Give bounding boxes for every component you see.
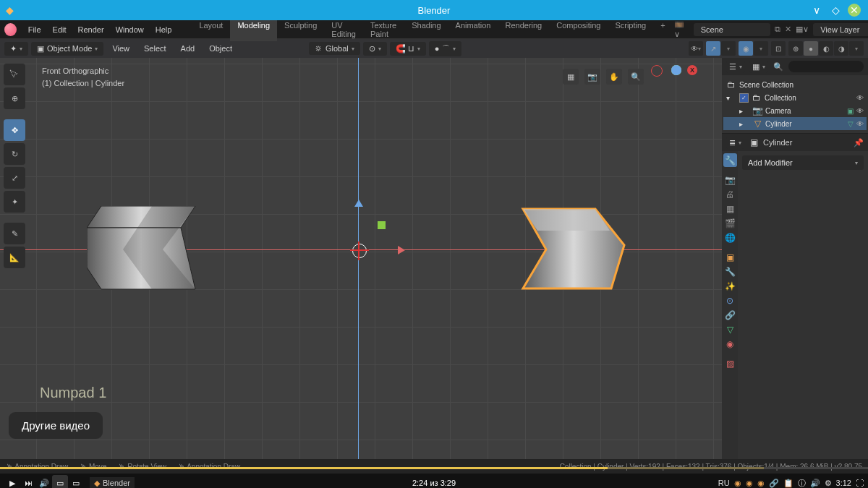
snap-toggle[interactable]: 🧲 ⊔▾	[390, 42, 426, 56]
taskbar-item-2[interactable]: ▭	[68, 475, 84, 488]
settings-icon[interactable]: ⚙	[825, 479, 832, 488]
workspace-scripting[interactable]: Scripting	[608, 18, 653, 41]
gizmo-x-arrow[interactable]	[398, 246, 409, 254]
orientation-gizmo[interactable]: Z Y X	[651, 65, 700, 114]
nav-zoom-icon[interactable]: 🔍	[628, 69, 644, 85]
tray-icon-2[interactable]: ◉	[746, 479, 753, 488]
tab-material[interactable]: ◉	[723, 337, 737, 351]
properties-editor-selector[interactable]: ≣▾	[726, 137, 744, 149]
fullscreen-icon[interactable]: ⛶	[856, 479, 864, 487]
menu-edit[interactable]: Edit	[47, 23, 72, 36]
tab-render[interactable]: 📷	[723, 173, 737, 187]
collection-checkbox[interactable]: ✓	[739, 93, 749, 103]
maximize-icon[interactable]: ◇	[829, 4, 842, 17]
outliner-item-cylinder[interactable]: ▸ ▽ Cylinder ▽ 👁	[723, 117, 867, 130]
outliner-scene-collection[interactable]: 🗀 Scene Collection	[723, 78, 867, 91]
workspace-animation[interactable]: Animation	[448, 18, 498, 41]
tab-scene[interactable]: 🎬	[723, 216, 737, 230]
add-modifier-dropdown[interactable]: Add Modifier ▾	[742, 155, 864, 170]
tool-move[interactable]: ✥	[4, 119, 25, 141]
video-progress-bar[interactable]	[0, 467, 868, 469]
menu-window[interactable]: Window	[110, 23, 150, 36]
workspace-compositing[interactable]: Compositing	[549, 18, 608, 41]
menu-help[interactable]: Help	[150, 23, 178, 36]
gizmo-dropdown[interactable]: ▾	[721, 41, 736, 56]
outliner-item-camera[interactable]: ▸ 📷 Camera ▣ 👁	[723, 104, 867, 117]
clipboard-icon[interactable]: 📋	[783, 479, 793, 488]
gizmo-toggle[interactable]: ↗	[706, 41, 720, 56]
eye-icon[interactable]: 👁	[856, 120, 864, 128]
scene-copy-icon[interactable]: ⧉	[775, 25, 780, 34]
info-icon[interactable]: ⓘ	[798, 478, 806, 489]
header-add[interactable]: Add	[175, 42, 201, 55]
tool-cursor[interactable]: ⊕	[4, 87, 25, 109]
tool-measure[interactable]: 📐	[4, 247, 25, 268]
header-select[interactable]: Select	[138, 42, 172, 55]
eye-icon[interactable]: 👁	[856, 107, 864, 115]
tool-select[interactable]	[4, 64, 25, 85]
menu-render[interactable]: Render	[72, 23, 110, 36]
tool-scale[interactable]: ⤢	[4, 167, 25, 189]
gizmo-z-arrow[interactable]	[354, 195, 363, 207]
menu-file[interactable]: File	[22, 23, 47, 36]
tab-constraints[interactable]: 🔗	[723, 308, 737, 322]
tab-modifiers[interactable]: 🔧	[723, 153, 737, 167]
outliner-collection[interactable]: ▾ ✓ 🗀 Collection 👁	[723, 91, 867, 104]
next-icon[interactable]: ⏭	[20, 475, 36, 488]
gizmo-xy-handle[interactable]	[378, 221, 386, 229]
workspace-modeling[interactable]: Modeling	[230, 18, 277, 41]
nav-hand-icon[interactable]: ✋	[606, 69, 622, 85]
workspace-uv-editing[interactable]: UV Editing	[324, 18, 363, 41]
header-object[interactable]: Object	[203, 42, 238, 55]
play-icon[interactable]: ▶	[4, 475, 20, 488]
nav-camera-icon[interactable]: 📷	[584, 69, 600, 85]
pin-icon[interactable]: 📌	[854, 138, 864, 147]
viewport-3d[interactable]	[0, 58, 722, 459]
shading-lookdev[interactable]: ◐	[819, 41, 833, 56]
workspace-shading[interactable]: Shading	[404, 18, 448, 41]
tray-icon-1[interactable]: ◉	[734, 479, 741, 488]
other-videos-button[interactable]: Другие видео	[9, 412, 103, 439]
mode-selector[interactable]: ▣ Object Mode ▾	[31, 42, 103, 56]
workspace-add[interactable]: +	[653, 18, 672, 41]
scene-delete-icon[interactable]: ✕	[785, 25, 791, 34]
visibility-icon[interactable]: 👁▾	[689, 41, 703, 56]
outliner-display-mode[interactable]: ▦▾	[749, 61, 768, 73]
tab-modifier[interactable]: 🔧	[723, 265, 737, 278]
overlay-dropdown[interactable]: ▾	[754, 41, 768, 56]
scene-selector[interactable]: Scene	[694, 23, 770, 36]
workspace-layout[interactable]: Layout	[192, 18, 230, 41]
sound-icon[interactable]: 🔊	[810, 479, 820, 488]
shading-dropdown[interactable]: ▾	[849, 41, 864, 56]
gizmo-neg-x-handle[interactable]	[651, 65, 663, 77]
outliner-tree[interactable]: 🗀 Scene Collection ▾ ✓ 🗀 Collection 👁 ▸ …	[722, 75, 868, 133]
close-icon[interactable]: ✕	[848, 4, 861, 17]
pivot-selector[interactable]: ⊙▾	[363, 42, 387, 56]
tab-object[interactable]: ▣	[723, 250, 737, 264]
outliner-search-input[interactable]	[788, 61, 864, 72]
editor-type-selector[interactable]: ✦▾	[4, 42, 28, 56]
workspace-rendering[interactable]: Rendering	[498, 18, 549, 41]
tab-physics[interactable]: ⊙	[723, 294, 737, 307]
volume-icon[interactable]: 🔊	[36, 475, 52, 488]
header-view[interactable]: View	[106, 42, 135, 55]
outliner-editor-selector[interactable]: ☰▾	[726, 61, 745, 73]
tab-viewlayer[interactable]: ▦	[723, 202, 737, 215]
workspace-sculpting[interactable]: Sculpting	[277, 18, 324, 41]
tray-icon-3[interactable]: ◉	[757, 479, 765, 488]
viewlayer-selector[interactable]: View Layer	[813, 23, 868, 36]
layer-browse-icon[interactable]: ▦∨	[796, 25, 809, 34]
tool-transform[interactable]: ✦	[4, 191, 25, 213]
orientation-selector[interactable]: ⛭ Global ▾	[309, 42, 360, 55]
taskbar-blender[interactable]: ◆ Blender	[90, 477, 135, 489]
link-icon[interactable]: 🔗	[769, 479, 779, 488]
tab-particles[interactable]: ✨	[723, 279, 737, 293]
tool-annotate[interactable]: ✎	[4, 223, 25, 244]
overlay-toggle[interactable]: ◉	[739, 41, 753, 56]
taskbar-item-1[interactable]: ▭	[52, 475, 68, 488]
nav-grid-icon[interactable]: ▦	[563, 69, 579, 85]
minimize-icon[interactable]: ∨	[810, 4, 823, 17]
tool-rotate[interactable]: ↻	[4, 143, 25, 165]
xray-toggle[interactable]: ⊡	[771, 41, 786, 56]
tab-mesh[interactable]: ▽	[723, 322, 737, 336]
